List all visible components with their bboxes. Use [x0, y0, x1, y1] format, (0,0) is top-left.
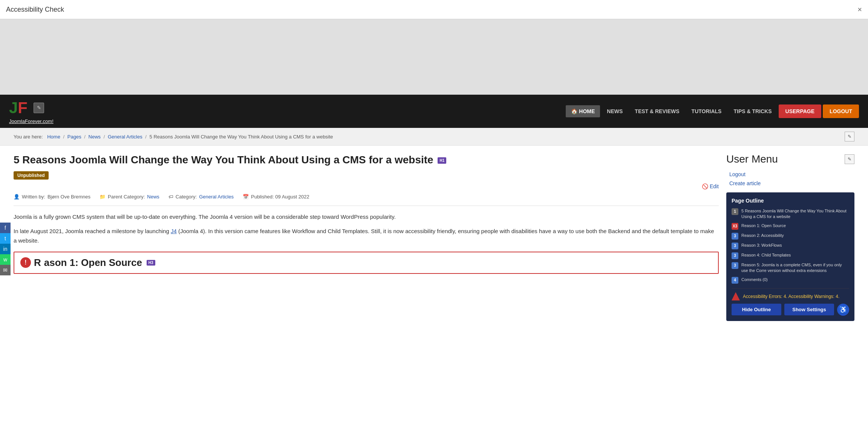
section-title: ason 1: Open Source: [44, 257, 142, 269]
article-title-text: 5 Reasons Joomla Will Change the Way You…: [14, 154, 433, 166]
show-settings-button[interactable]: Show Settings: [784, 304, 834, 315]
article-divider: [14, 206, 719, 206]
site-header: JF ✎ JoomlaForever.com! 🏠 HOME NEWS TEST…: [0, 95, 868, 128]
nav-item-home[interactable]: 🏠 HOME: [566, 105, 600, 117]
h3-badge: H3: [147, 260, 155, 266]
outline-item-reason1-text: Reason 1: Open Source: [741, 223, 849, 229]
meta-parent-category: 📁 Parent Category: News: [100, 194, 159, 200]
parent-category-label: Parent Category:: [108, 194, 145, 200]
user-icon: 👤: [14, 194, 20, 200]
body-paragraph-2: In late August 2021, Joomla reached a mi…: [14, 226, 719, 246]
edit-label: Edit: [710, 183, 719, 189]
meta-category: 🏷 Category: General Articles: [168, 194, 234, 200]
site-logo: JF ✎: [9, 99, 54, 117]
logout-button[interactable]: LOGOUT: [823, 104, 859, 118]
outline-badge-3-reason3: 3: [732, 243, 738, 249]
unpublished-badge: Unpublished: [14, 171, 719, 183]
outline-item-reason3: 3 Reason 3: WorkFlows: [732, 243, 849, 249]
linkedin-button[interactable]: in: [0, 244, 11, 254]
outline-item-comments: 4 Comments (0): [732, 277, 849, 284]
outline-item-comments-text: Comments (0): [741, 277, 849, 283]
article-title: 5 Reasons Joomla Will Change the Way You…: [14, 153, 719, 167]
category-label: Category:: [176, 194, 197, 200]
logo-edit-button[interactable]: ✎: [34, 103, 44, 113]
nav-item-tutorials[interactable]: TUTORIALS: [686, 105, 727, 117]
outline-badge-x3: X3: [732, 223, 738, 230]
userpage-button[interactable]: USERPAGE: [779, 104, 822, 118]
nav-item-tips-tricks[interactable]: TIPS & TRICKS: [728, 105, 777, 117]
tag-icon: 🏷: [168, 194, 173, 200]
breadcrumb-bar: You are here: Home / Pages / News / Gene…: [0, 128, 868, 146]
site-url[interactable]: JoomlaForever.com!: [9, 118, 54, 124]
j4-link[interactable]: J4: [171, 228, 177, 234]
nav-item-test-reviews[interactable]: TEST & REVIEWS: [629, 105, 684, 117]
close-button[interactable]: ×: [857, 6, 862, 13]
outline-item-reason5-text: Reason 5: Joomla is a complete CMS, even…: [741, 262, 849, 274]
outline-badge-3-reason5: 3: [732, 262, 738, 269]
unpublished-status: Unpublished: [14, 171, 49, 180]
outline-item-reason4: 3 Reason 4: Child Templates: [732, 252, 849, 259]
breadcrumb-news[interactable]: News: [89, 134, 101, 140]
breadcrumb-pages[interactable]: Pages: [67, 134, 81, 140]
article-edit-row: 🚫 Edit: [14, 183, 719, 189]
article-main: 5 Reasons Joomla Will Change the Way You…: [14, 153, 719, 321]
facebook-button[interactable]: f: [0, 223, 11, 233]
nav-menu: 🏠 HOME NEWS TEST & REVIEWS TUTORIALS TIP…: [566, 104, 859, 118]
outline-item-reason3-text: Reason 3: WorkFlows: [741, 243, 849, 248]
outline-item-reason2: 3 Reason 2: Accessibility: [732, 233, 849, 240]
article-meta: 👤 Written by: Bjørn Ove Bremnes 📁 Parent…: [14, 194, 719, 200]
outline-badge-3-reason4: 3: [732, 252, 738, 259]
user-menu-header: User Menu ✎: [726, 153, 854, 165]
outline-error-row: Accessibility Errors: 4. Accessibility W…: [732, 288, 849, 301]
breadcrumb-edit-button[interactable]: ✎: [845, 132, 854, 141]
logo-j: J: [9, 99, 18, 117]
user-menu-edit-button[interactable]: ✎: [845, 154, 854, 164]
edit-icon: ✎: [848, 157, 851, 162]
section-prefix: R: [34, 257, 41, 269]
meta-written-by: 👤 Written by: Bjørn Ove Bremnes: [14, 194, 90, 200]
twitter-button[interactable]: t: [0, 233, 11, 244]
page-outline-panel: Page Outline 1 5 Reasons Joomla Will Cha…: [726, 192, 854, 321]
page-outline-title: Page Outline: [732, 198, 849, 204]
user-menu-title: User Menu: [726, 153, 778, 165]
outline-item-reason5: 3 Reason 5: Joomla is a complete CMS, ev…: [732, 262, 849, 274]
accessibility-button[interactable]: ♿: [837, 304, 849, 316]
nav-item-news[interactable]: NEWS: [602, 105, 628, 117]
category-link[interactable]: General Articles: [199, 194, 234, 200]
outline-item-h1: 1 5 Reasons Joomla Will Change the Way Y…: [732, 208, 849, 220]
published-date: Published: 09 August 2022: [251, 194, 309, 200]
no-edit-icon: 🚫: [702, 183, 708, 189]
breadcrumb-general-articles[interactable]: General Articles: [108, 134, 142, 140]
logo-wrapper: JF ✎ JoomlaForever.com!: [9, 99, 54, 124]
calendar-icon: 📅: [243, 194, 249, 200]
highlighted-section: ! Rason 1: Open Source H3: [14, 252, 719, 274]
right-sidebar: User Menu ✎ Logout Create article Page O…: [726, 153, 854, 321]
breadcrumb-current: 5 Reasons Joomla Will Change the Way You…: [150, 134, 333, 140]
you-are-here-label: You are here:: [14, 134, 43, 140]
article-edit-link[interactable]: 🚫 Edit: [702, 183, 719, 189]
written-by-label: Written by:: [22, 194, 45, 200]
edit-icon: ✎: [37, 105, 41, 111]
whatsapp-button[interactable]: w: [0, 254, 11, 265]
section-heading: ! Rason 1: Open Source H3: [20, 257, 712, 269]
parent-category-link[interactable]: News: [147, 194, 159, 200]
outline-item-h1-text: 5 Reasons Joomla Will Change the Way You…: [741, 208, 849, 220]
warning-triangle-icon: [732, 292, 740, 301]
outline-item-reason2-text: Reason 2: Accessibility: [741, 233, 849, 238]
user-menu-create-article[interactable]: Create article: [729, 180, 854, 186]
outline-badge-3-reason2: 3: [732, 233, 738, 240]
logo-text: JF: [9, 99, 28, 117]
breadcrumb-home[interactable]: Home: [47, 134, 60, 140]
accessibility-errors-text: Accessibility Errors: 4. Accessibility W…: [743, 294, 839, 299]
content-wrapper: 5 Reasons Joomla Will Change the Way You…: [0, 146, 868, 329]
gray-area: [0, 19, 868, 95]
outline-badge-1: 1: [732, 208, 738, 215]
main-content: JF ✎ JoomlaForever.com! 🏠 HOME NEWS TEST…: [0, 95, 868, 424]
top-bar: Accessibility Check ×: [0, 0, 868, 19]
email-button[interactable]: ✉: [0, 265, 11, 275]
h1-badge: H1: [438, 157, 446, 164]
outline-item-reason1: X3 Reason 1: Open Source: [732, 223, 849, 230]
hide-outline-button[interactable]: Hide Outline: [732, 304, 781, 315]
user-menu-logout[interactable]: Logout: [729, 171, 854, 177]
accessibility-icon: ♿: [839, 306, 847, 314]
